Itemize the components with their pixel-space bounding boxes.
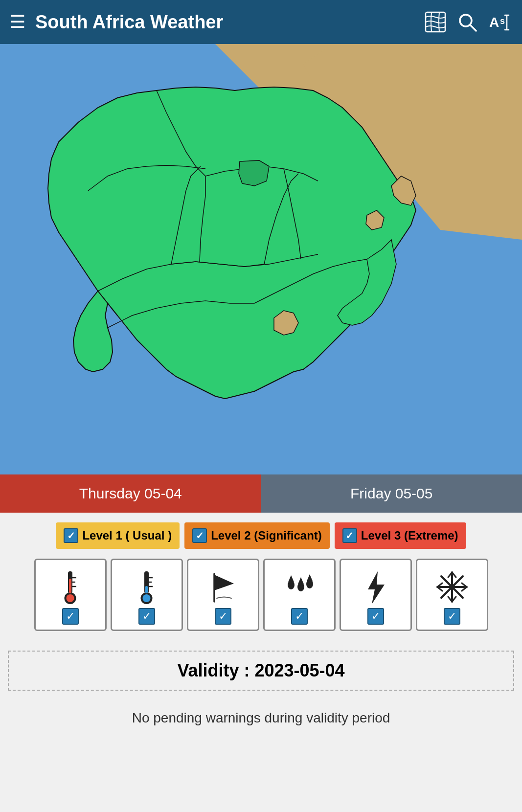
thermometer-low-icon xyxy=(133,566,160,608)
app-header: ☰ South Africa Weather A s xyxy=(0,0,522,44)
wind-checkbox[interactable]: ✓ xyxy=(215,608,231,625)
svg-point-9 xyxy=(67,594,74,602)
level3-filter[interactable]: ✓ Level 3 (Extreme) xyxy=(335,522,466,549)
level1-checkbox[interactable]: ✓ xyxy=(64,528,78,543)
snowflake-icon xyxy=(435,566,469,608)
heat-filter[interactable]: ✓ xyxy=(34,559,107,631)
no-warnings-text: No pending warnings during validity peri… xyxy=(0,696,522,741)
rain-checkbox[interactable]: ✓ xyxy=(291,608,308,625)
svg-marker-24 xyxy=(368,571,385,604)
svg-point-16 xyxy=(143,594,151,602)
menu-button[interactable]: ☰ xyxy=(10,13,25,31)
svg-rect-8 xyxy=(69,579,71,593)
level-filters: ✓ Level 1 ( Usual ) ✓ Level 2 (Significa… xyxy=(0,513,522,554)
wind-flag-icon xyxy=(207,566,239,608)
map-area[interactable] xyxy=(0,44,522,474)
header-icons: A s xyxy=(422,9,512,36)
cold-checkbox[interactable]: ✓ xyxy=(138,608,155,625)
day-tabs: Thursday 05-04 Friday 05-05 xyxy=(0,474,522,513)
svg-point-37 xyxy=(449,584,455,590)
weather-type-filters: ✓ ✓ ✓ xyxy=(0,554,522,636)
app-title: South Africa Weather xyxy=(35,12,422,33)
svg-text:A: A xyxy=(489,15,499,30)
level1-label: Level 1 ( Usual ) xyxy=(82,529,172,542)
cold-filter[interactable]: ✓ xyxy=(111,559,183,631)
heat-checkbox[interactable]: ✓ xyxy=(62,608,79,625)
wind-filter[interactable]: ✓ xyxy=(187,559,259,631)
level3-label: Level 3 (Extreme) xyxy=(361,529,458,542)
level2-filter[interactable]: ✓ Level 2 (Significant) xyxy=(184,522,330,549)
rain-filter[interactable]: ✓ xyxy=(263,559,336,631)
svg-text:s: s xyxy=(500,16,505,26)
svg-rect-15 xyxy=(145,586,148,593)
level2-checkbox[interactable]: ✓ xyxy=(192,528,207,543)
map-icon-button[interactable] xyxy=(422,9,449,36)
svg-line-2 xyxy=(470,25,476,31)
thunder-checkbox[interactable]: ✓ xyxy=(367,608,384,625)
tab-thursday[interactable]: Thursday 05-04 xyxy=(0,474,261,513)
level2-label: Level 2 (Significant) xyxy=(211,529,322,542)
level1-filter[interactable]: ✓ Level 1 ( Usual ) xyxy=(56,522,180,549)
thermometer-high-icon xyxy=(57,566,84,608)
snow-filter[interactable]: ✓ xyxy=(416,559,488,631)
validity-text: Validity : 2023-05-04 xyxy=(19,660,503,681)
tab-friday[interactable]: Friday 05-05 xyxy=(261,474,522,513)
snow-checkbox[interactable]: ✓ xyxy=(444,608,460,625)
search-button[interactable] xyxy=(454,9,480,36)
thunder-filter[interactable]: ✓ xyxy=(340,559,412,631)
level3-checkbox[interactable]: ✓ xyxy=(342,528,357,543)
lightning-icon xyxy=(362,566,389,608)
validity-section: Validity : 2023-05-04 xyxy=(8,651,514,691)
font-size-button[interactable]: A s xyxy=(485,9,512,36)
rain-drops-icon xyxy=(282,566,317,608)
